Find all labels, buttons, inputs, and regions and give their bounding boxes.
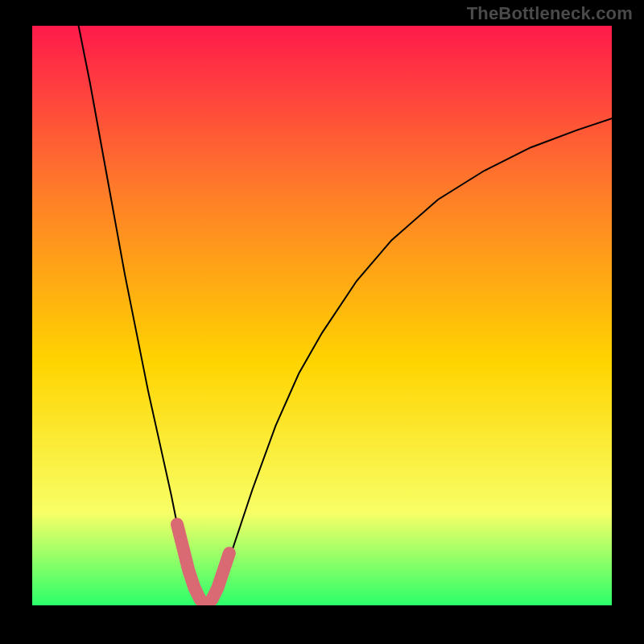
chart-svg	[32, 26, 612, 605]
attribution-watermark: TheBottleneck.com	[467, 3, 633, 24]
gradient-background	[32, 26, 612, 605]
chart-frame: TheBottleneck.com	[0, 0, 644, 644]
plot-area	[32, 26, 612, 605]
